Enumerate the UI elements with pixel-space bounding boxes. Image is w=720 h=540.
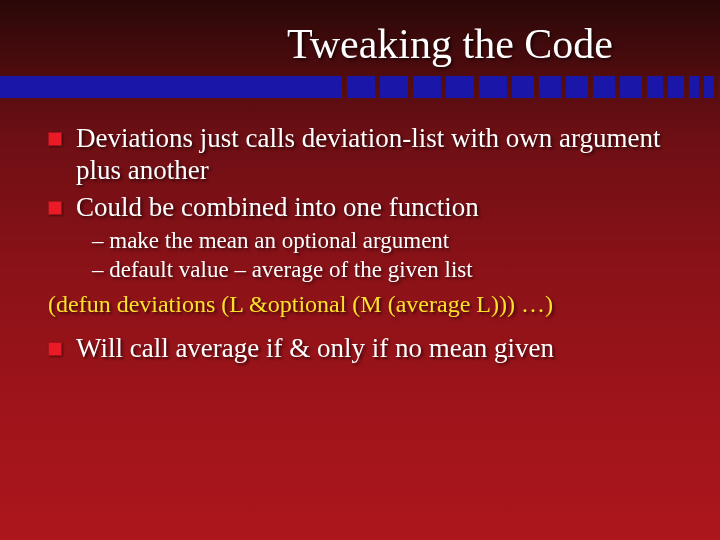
- bullet-marker-icon: [48, 201, 62, 215]
- accent-square: [446, 76, 474, 98]
- code-line: (defun deviations (L &optional (M (avera…: [48, 291, 680, 318]
- slide-title: Tweaking the Code: [0, 20, 720, 68]
- bullet-item: Will call average if & only if no mean g…: [48, 332, 680, 364]
- bullet-item: Could be combined into one function: [48, 191, 680, 223]
- accent-bar: [0, 76, 720, 98]
- sub-bullet-text: – make the mean an optional argument: [48, 227, 680, 256]
- accent-square: [512, 76, 534, 98]
- bullet-text: Deviations just calls deviation-list wit…: [76, 122, 680, 187]
- accent-square: [593, 76, 615, 98]
- accent-square: [704, 76, 714, 98]
- accent-square: [689, 76, 699, 98]
- accent-bar-right: [342, 76, 720, 98]
- accent-square: [620, 76, 642, 98]
- sub-bullet-text: – default value – average of the given l…: [48, 256, 680, 285]
- accent-square: [668, 76, 684, 98]
- accent-square: [479, 76, 507, 98]
- slide: Tweaking the Code Deviations just calls …: [0, 0, 720, 540]
- accent-square: [566, 76, 588, 98]
- accent-bar-left: [0, 76, 342, 98]
- bullet-marker-icon: [48, 342, 62, 356]
- bullet-item: Deviations just calls deviation-list wit…: [48, 122, 680, 187]
- accent-square: [539, 76, 561, 98]
- bullet-text: Could be combined into one function: [76, 191, 479, 223]
- accent-square: [647, 76, 663, 98]
- bullet-marker-icon: [48, 132, 62, 146]
- bullet-text: Will call average if & only if no mean g…: [76, 332, 554, 364]
- accent-square: [347, 76, 375, 98]
- accent-square: [380, 76, 408, 98]
- slide-body: Deviations just calls deviation-list wit…: [0, 122, 720, 364]
- accent-square: [413, 76, 441, 98]
